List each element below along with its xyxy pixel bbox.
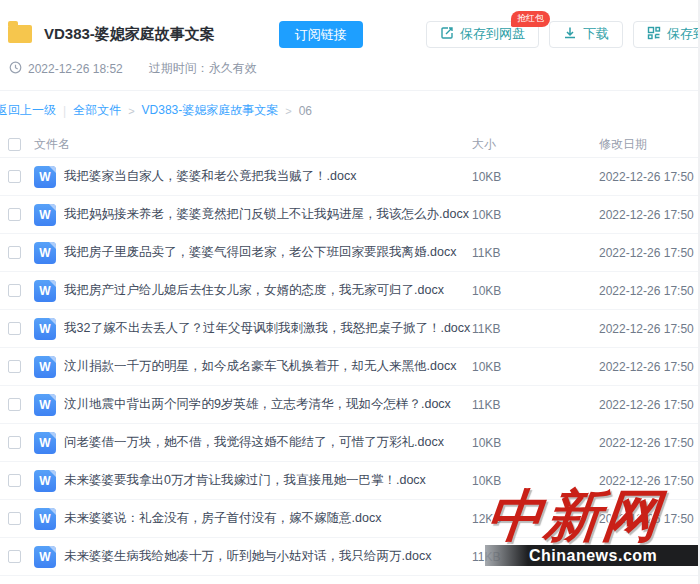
file-date: 2022-12-26 17:50 (599, 322, 700, 336)
breadcrumb-folder-link[interactable]: VD383-婆媳家庭故事文案 (142, 102, 279, 119)
file-name[interactable]: 未来婆婆生病我给她凑十万，听到她与小姑对话，我只给两万.docx (64, 548, 472, 565)
table-row[interactable]: W 问老婆借一万块，她不借，我觉得这婚不能结了，可惜了万彩礼.docx 10KB… (0, 424, 700, 462)
subscribe-link-button[interactable]: 订阅链接 (279, 21, 363, 48)
save-to-netdisk-icon (440, 26, 454, 43)
breadcrumb-all-files-link[interactable]: 全部文件 (73, 102, 121, 119)
file-date: 2022-12-26 17:50 (599, 246, 700, 260)
row-checkbox[interactable] (8, 474, 21, 487)
row-checkbox[interactable] (8, 512, 21, 525)
word-doc-icon: W (34, 546, 56, 568)
action-buttons: 抢红包 保存到网盘 下载 (426, 21, 700, 48)
red-packet-badge: 抢红包 (511, 11, 550, 27)
word-doc-icon: W (34, 432, 56, 454)
word-doc-icon: W (34, 318, 56, 340)
save-to-phone-button[interactable]: 保存到手机 (633, 21, 700, 48)
table-row[interactable]: W 汶川捐款一千万的明星，如今成名豪车飞机换着开，却无人来黑他.docx 10K… (0, 348, 700, 386)
word-doc-icon: W (34, 166, 56, 188)
table-row[interactable]: W 我把妈妈接来养老，婆婆竟然把门反锁上不让我妈进屋，我该怎么办.docx 10… (0, 196, 700, 234)
file-size: 10KB (472, 474, 599, 488)
folder-icon (8, 25, 32, 43)
table-row[interactable]: W 未来婆婆要我拿出0万才肯让我嫁过门，我直接甩她一巴掌！.docx 10KB … (0, 462, 700, 500)
table-row[interactable]: W 我把婆家当自家人，婆婆和老公竟把我当贼了！.docx 10KB 2022-1… (0, 158, 700, 196)
file-date: 2022-12-26 17:50 (599, 436, 700, 450)
select-all-checkbox[interactable] (8, 138, 21, 151)
save-to-phone-label: 保存到手机 (667, 25, 700, 43)
file-name[interactable]: 汶川地震中背出两个同学的9岁英雄，立志考清华，现如今怎样？.docx (64, 396, 472, 413)
file-name[interactable]: 我把妈妈接来养老，婆婆竟然把门反锁上不让我妈进屋，我该怎么办.docx (64, 206, 472, 223)
page-title: VD383-婆媳家庭故事文案 (44, 25, 215, 44)
file-size: 11KB (472, 550, 599, 564)
file-size: 10KB (472, 284, 599, 298)
file-name[interactable]: 我把房产过户给儿媳后去住女儿家，女婿的态度，我无家可归了.docx (64, 282, 472, 299)
word-doc-icon: W (34, 356, 56, 378)
expire-info: 过期时间：永久有效 (149, 60, 257, 77)
clock-icon (9, 61, 22, 77)
file-date: 2022-12-26 17:50 (599, 398, 700, 412)
file-size: 11KB (472, 246, 599, 260)
phone-qr-icon (647, 26, 661, 43)
row-checkbox[interactable] (8, 360, 21, 373)
file-date: 2022-12-26 17:50 (599, 284, 700, 298)
download-icon (563, 26, 577, 43)
file-size: 11KB (472, 398, 599, 412)
word-doc-icon: W (34, 470, 56, 492)
save-to-netdisk-button[interactable]: 抢红包 保存到网盘 (426, 21, 539, 48)
file-date: 2022-12-26 17:50 (599, 208, 700, 222)
file-date: 2022-12-26 17:50 (599, 170, 700, 184)
share-time: 2022-12-26 18:52 (28, 62, 123, 76)
breadcrumb: 返回上一级 | 全部文件 > VD383-婆媳家庭故事文案 > 06 (0, 91, 700, 119)
row-checkbox[interactable] (8, 208, 21, 221)
table-row[interactable]: W 未来婆婆生病我给她凑十万，听到她与小姑对话，我只给两万.docx 11KB … (0, 538, 700, 576)
file-name[interactable]: 未来婆婆要我拿出0万才肯让我嫁过门，我直接甩她一巴掌！.docx (64, 472, 472, 489)
file-list: W 我把婆家当自家人，婆婆和老公竟把我当贼了！.docx 10KB 2022-1… (0, 158, 700, 576)
row-checkbox[interactable] (8, 284, 21, 297)
file-size: 10KB (472, 436, 599, 450)
word-doc-icon: W (34, 204, 56, 226)
table-row[interactable]: W 汶川地震中背出两个同学的9岁英雄，立志考清华，现如今怎样？.docx 11K… (0, 386, 700, 424)
word-doc-icon: W (34, 508, 56, 530)
file-date: 2022-12-26 17:50 (599, 360, 700, 374)
file-size: 11KB (472, 322, 599, 336)
word-doc-icon: W (34, 280, 56, 302)
file-name[interactable]: 我把婆家当自家人，婆婆和老公竟把我当贼了！.docx (64, 168, 472, 185)
download-button[interactable]: 下载 (549, 21, 623, 48)
table-row[interactable]: W 我把房子里废品卖了，婆婆气得回老家，老公下班回家要跟我离婚.docx 11K… (0, 234, 700, 272)
breadcrumb-current: 06 (299, 104, 312, 118)
file-name[interactable]: 我32了嫁不出去丢人了？过年父母讽刺我刺激我，我怒把桌子掀了！.docx (64, 320, 472, 337)
column-filename: 文件名 (34, 136, 472, 153)
file-size: 10KB (472, 170, 599, 184)
row-checkbox[interactable] (8, 246, 21, 259)
share-info: 2022-12-26 18:52 过期时间：永久有效 (0, 50, 700, 77)
row-checkbox[interactable] (8, 398, 21, 411)
file-name[interactable]: 问老婆借一万块，她不借，我觉得这婚不能结了，可惜了万彩礼.docx (64, 434, 472, 451)
table-row[interactable]: W 我把房产过户给儿媳后去住女儿家，女婿的态度，我无家可归了.docx 10KB… (0, 272, 700, 310)
toolbar: VD383-婆媳家庭故事文案 订阅链接 抢红包 保存到网盘 (0, 0, 700, 50)
breadcrumb-back-link[interactable]: 返回上一级 (0, 102, 56, 119)
file-size: 10KB (472, 360, 599, 374)
row-checkbox[interactable] (8, 550, 21, 563)
file-date: 2022-12-26 17:50 (599, 550, 700, 564)
table-row[interactable]: W 未来婆婆说：礼金没有，房子首付没有，嫁不嫁随意.docx 12KB 2022… (0, 500, 700, 538)
file-size: 12KB (472, 512, 599, 526)
word-doc-icon: W (34, 242, 56, 264)
column-date: 修改日期 (599, 136, 700, 153)
file-name[interactable]: 未来婆婆说：礼金没有，房子首付没有，嫁不嫁随意.docx (64, 510, 472, 527)
file-name[interactable]: 我把房子里废品卖了，婆婆气得回老家，老公下班回家要跟我离婚.docx (64, 244, 472, 261)
row-checkbox[interactable] (8, 170, 21, 183)
file-name[interactable]: 汶川捐款一千万的明星，如今成名豪车飞机换着开，却无人来黑他.docx (64, 358, 472, 375)
download-label: 下载 (583, 25, 609, 43)
table-header: 文件名 大小 修改日期 (0, 131, 700, 158)
table-row[interactable]: W 我32了嫁不出去丢人了？过年父母讽刺我刺激我，我怒把桌子掀了！.docx 1… (0, 310, 700, 348)
file-date: 2022-12-26 17:50 (599, 512, 700, 526)
word-doc-icon: W (34, 394, 56, 416)
file-date: 2022-12-26 17:50 (599, 474, 700, 488)
row-checkbox[interactable] (8, 436, 21, 449)
row-checkbox[interactable] (8, 322, 21, 335)
column-size: 大小 (472, 136, 599, 153)
table-row-partial[interactable] (0, 576, 700, 584)
save-to-netdisk-label: 保存到网盘 (460, 25, 525, 43)
file-size: 10KB (472, 208, 599, 222)
file-share-page: VD383-婆媳家庭故事文案 订阅链接 抢红包 保存到网盘 (0, 0, 700, 584)
